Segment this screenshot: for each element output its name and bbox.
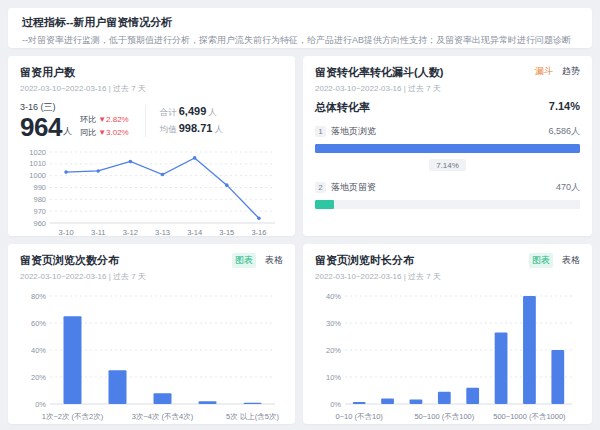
date-range: 2022-03-10~2022-03-16 | 过去 7 天 bbox=[315, 271, 441, 282]
total-unit: 人 bbox=[208, 107, 217, 117]
svg-text:50~100 (不含100): 50~100 (不含100) bbox=[414, 412, 474, 421]
step-label: 落地页浏览 bbox=[331, 125, 376, 138]
svg-text:20%: 20% bbox=[31, 373, 46, 382]
metric-unit: 人 bbox=[63, 125, 72, 138]
duration-bar-chart: 0%10%20%30%40%0~10 (不含10)50~100 (不含100)5… bbox=[315, 288, 580, 430]
card-title: 留资转化率转化漏斗(人数) bbox=[315, 65, 443, 80]
svg-text:1020: 1020 bbox=[29, 148, 46, 157]
step-number-badge: 1 bbox=[315, 126, 326, 137]
overall-rate-label: 总体转化率 bbox=[315, 100, 370, 115]
card-view-duration-distribution: 留资页浏览时长分布 2022-03-10~2022-03-16 | 过去 7 天… bbox=[303, 244, 592, 424]
page-title: 过程指标--新用户留资情况分析 bbox=[22, 15, 578, 30]
svg-text:1000: 1000 bbox=[29, 171, 46, 180]
tab-funnel[interactable]: 漏斗 bbox=[535, 65, 553, 78]
svg-text:60%: 60% bbox=[31, 319, 46, 328]
svg-text:3-12: 3-12 bbox=[123, 228, 138, 237]
yoy-delta: 同比 ▼3.02% bbox=[80, 127, 129, 138]
svg-text:80%: 80% bbox=[31, 292, 46, 301]
svg-text:3-11: 3-11 bbox=[91, 228, 105, 237]
svg-text:3-16: 3-16 bbox=[251, 228, 266, 237]
svg-text:1010: 1010 bbox=[29, 159, 46, 168]
svg-text:3-13: 3-13 bbox=[155, 228, 170, 237]
line-chart-svg: 9609709809901000101010203-103-113-123-13… bbox=[20, 146, 283, 239]
svg-text:0%: 0% bbox=[35, 400, 46, 409]
bar-chart-svg: 0%10%20%30%40%0~10 (不含10)50~100 (不含100)5… bbox=[315, 288, 580, 428]
tab-chart[interactable]: 图表 bbox=[529, 253, 553, 268]
wow-value: ▼2.82% bbox=[98, 115, 129, 124]
avg-label: 均值 bbox=[160, 124, 177, 134]
metric-block: 3-16 (三) 964 人 环比 ▼2.82% 同比 ▼3.02% 合计6,4… bbox=[20, 101, 283, 140]
tab-trend[interactable]: 趋势 bbox=[562, 65, 580, 78]
svg-text:20%: 20% bbox=[326, 346, 341, 355]
card-view-count-distribution: 留资页浏览次数分布 2022-03-10~2022-03-16 | 过去 7 天… bbox=[8, 244, 295, 424]
views-bar-chart: 0%20%40%60%80%1次~2次 (不含2次)3次~4次 (不含4次)5次… bbox=[20, 288, 283, 430]
step-number-badge: 2 bbox=[315, 182, 326, 193]
bar-chart-svg: 0%20%40%60%80%1次~2次 (不含2次)3次~4次 (不含4次)5次… bbox=[20, 288, 283, 428]
funnel-bar-fill bbox=[315, 200, 334, 209]
total-value: 6,499 bbox=[179, 105, 207, 117]
avg-value: 998.71 bbox=[179, 122, 213, 134]
users-line-chart: 9609709809901000101010203-103-113-123-13… bbox=[20, 146, 283, 243]
svg-text:0%: 0% bbox=[330, 400, 341, 409]
page-header: 过程指标--新用户留资情况分析 --对留资率进行监测，低于预期值进行分析，探索用… bbox=[8, 8, 592, 48]
conversion-rate-badge: 7.14% bbox=[429, 159, 466, 171]
step-count: 470人 bbox=[556, 181, 580, 194]
divider bbox=[145, 105, 146, 137]
tab-table[interactable]: 表格 bbox=[265, 254, 283, 267]
card-retained-users: 留资用户数 2022-03-10~2022-03-16 | 过去 7 天 3-1… bbox=[8, 56, 295, 236]
funnel-step-row: 1 落地页浏览 6,586人 bbox=[315, 125, 580, 138]
funnel-bar-fill bbox=[315, 144, 580, 153]
card-title: 留资页浏览时长分布 bbox=[315, 253, 441, 268]
card-title: 留资页浏览次数分布 bbox=[20, 253, 146, 268]
svg-text:3-14: 3-14 bbox=[187, 228, 202, 237]
avg-row: 均值998.71人 bbox=[160, 122, 223, 136]
svg-text:980: 980 bbox=[33, 195, 46, 204]
svg-text:500~1000 (不含1000): 500~1000 (不含1000) bbox=[493, 412, 566, 421]
funnel-step-row: 2 落地页留资 470人 bbox=[315, 181, 580, 194]
svg-text:3-15: 3-15 bbox=[219, 228, 234, 237]
svg-text:40%: 40% bbox=[31, 346, 46, 355]
avg-unit: 人 bbox=[214, 124, 223, 134]
total-row: 合计6,499人 bbox=[160, 105, 223, 119]
tab-table[interactable]: 表格 bbox=[562, 254, 580, 267]
svg-text:3次~4次 (不含4次): 3次~4次 (不含4次) bbox=[132, 412, 194, 421]
wow-delta: 环比 ▼2.82% bbox=[80, 114, 129, 125]
svg-text:40%: 40% bbox=[326, 292, 341, 301]
date-range: 2022-03-10~2022-03-16 | 过去 7 天 bbox=[20, 271, 146, 282]
svg-text:10%: 10% bbox=[326, 373, 341, 382]
yoy-value: ▼3.02% bbox=[98, 128, 129, 137]
step-label: 落地页留资 bbox=[331, 181, 376, 194]
card-title: 留资用户数 bbox=[20, 65, 146, 80]
yoy-label: 同比 bbox=[80, 128, 96, 137]
overall-rate-value: 7.14% bbox=[549, 100, 580, 115]
svg-text:990: 990 bbox=[33, 183, 46, 192]
date-range: 2022-03-10~2022-03-16 | 过去 7 天 bbox=[20, 83, 146, 94]
funnel-bar-2[interactable] bbox=[315, 200, 580, 209]
step-count: 6,586人 bbox=[548, 125, 580, 138]
svg-text:1次~2次 (不含2次): 1次~2次 (不含2次) bbox=[42, 412, 104, 421]
funnel-bar-1[interactable] bbox=[315, 144, 580, 153]
svg-text:960: 960 bbox=[33, 219, 46, 228]
date-range: 2022-03-10~2022-03-16 | 过去 7 天 bbox=[315, 83, 443, 94]
metric-value: 964 bbox=[20, 114, 62, 140]
page-description: --对留资率进行监测，低于预期值进行分析，探索用户流失前行为特征，给产品进行AB… bbox=[22, 34, 578, 47]
wow-label: 环比 bbox=[80, 115, 96, 124]
svg-text:0~10 (不含10): 0~10 (不含10) bbox=[336, 412, 384, 421]
card-conversion-funnel: 留资转化率转化漏斗(人数) 2022-03-10~2022-03-16 | 过去… bbox=[303, 56, 592, 236]
svg-text:30%: 30% bbox=[326, 319, 341, 328]
svg-text:3-10: 3-10 bbox=[59, 228, 74, 237]
svg-text:5次 以上(含5次): 5次 以上(含5次) bbox=[226, 412, 279, 421]
svg-text:970: 970 bbox=[33, 207, 46, 216]
total-label: 合计 bbox=[160, 107, 177, 117]
tab-chart[interactable]: 图表 bbox=[232, 253, 256, 268]
